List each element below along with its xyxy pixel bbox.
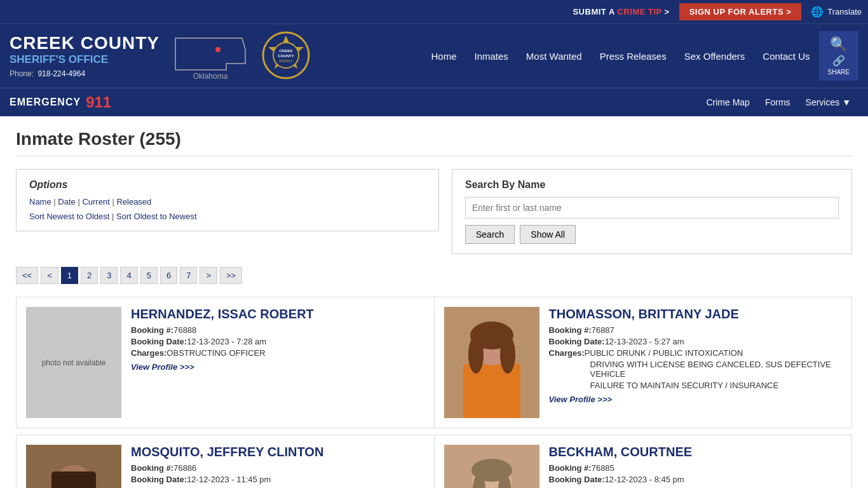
header-title: CREEK COUNTY SHERIFF'S OFFICE Phone: 918… — [10, 34, 159, 78]
inmate-name: THOMASSON, BRITTANY JADE — [549, 307, 843, 322]
inmate-photo-placeholder: photo not available — [26, 307, 121, 418]
nav-press-releases[interactable]: Press Releases — [591, 43, 675, 69]
search-icon: 🔍 — [830, 36, 847, 53]
inmate-photo — [26, 445, 121, 488]
svg-text:SHERIFF: SHERIFF — [279, 59, 292, 63]
sort-oldest[interactable]: Sort Oldest to Newest — [116, 212, 196, 221]
nav-inmates[interactable]: Inmates — [466, 43, 517, 69]
booking-num: Booking #:76885 — [549, 463, 843, 473]
share-icon: 🔗 — [832, 55, 845, 67]
filter-current[interactable]: Current — [82, 197, 109, 207]
page-title: Inmate Roster (255) — [16, 129, 852, 156]
page-5[interactable]: 5 — [140, 267, 158, 284]
booking-date: Booking Date:12-12-2023 - 8:45 pm — [549, 475, 843, 484]
page-7[interactable]: 7 — [180, 267, 197, 284]
charges: Charges:PUBLIC DRUNK / PUBLIC INTOXICATI… — [549, 348, 843, 358]
phone-number: 918-224-4964 — [37, 69, 85, 78]
svg-rect-17 — [51, 471, 96, 488]
page-last[interactable]: >> — [220, 267, 242, 284]
inmate-info: MOSQUITO, JEFFREY CLINTON Booking #:7688… — [131, 445, 424, 488]
inmate-photo — [444, 445, 539, 488]
logo-area: CREEK COUNTY SHERIFF'S OFFICE Phone: 918… — [10, 30, 311, 82]
inmate-info: BECKHAM, COURTNEE Booking #:76885 Bookin… — [549, 445, 843, 488]
share-label: SHARE — [828, 69, 850, 76]
page-2[interactable]: 2 — [81, 267, 98, 284]
inmate-name: MOSQUITO, JEFFREY CLINTON — [131, 445, 424, 459]
translate-btn[interactable]: 🌐 Translate — [811, 6, 862, 18]
search-box: Search By Name Search Show All — [452, 169, 852, 254]
phone-line: Phone: 918-224-4964 — [10, 69, 159, 78]
nav-crime-map[interactable]: Crime Map — [698, 91, 757, 114]
svg-marker-0 — [175, 38, 245, 70]
tip-arrow: > — [665, 7, 670, 17]
inmate-list: photo not available HERNANDEZ, ISSAC ROB… — [16, 297, 852, 488]
svg-point-12 — [468, 336, 484, 374]
globe-icon: 🌐 — [811, 6, 824, 18]
page-1[interactable]: 1 — [61, 267, 78, 284]
pagination: << < 1 2 3 4 5 6 7 > >> — [16, 267, 852, 284]
alert-button[interactable]: SIGN UP FOR ALERTS > — [679, 3, 802, 20]
booking-num: Booking #:76888 — [131, 325, 424, 335]
booking-date: Booking Date:12-13-2023 - 5:27 am — [549, 337, 843, 346]
page-first[interactable]: << — [16, 267, 38, 284]
search-heading: Search By Name — [465, 179, 839, 191]
options-box: Options Name | Date | Current | Released… — [16, 169, 439, 231]
inmate-card: MOSQUITO, JEFFREY CLINTON Booking #:7688… — [17, 435, 435, 488]
booking-num: Booking #:76886 — [131, 463, 424, 473]
main-nav: Home Inmates Most Wanted Press Releases … — [422, 31, 858, 81]
nav-home[interactable]: Home — [422, 43, 465, 69]
page-6[interactable]: 6 — [160, 267, 177, 284]
sort-links: Sort Newest to Oldest | Sort Oldest to N… — [29, 212, 426, 221]
inmate-name: HERNANDEZ, ISSAC ROBERT — [131, 307, 424, 322]
svg-point-13 — [500, 336, 515, 374]
phone-label: Phone: — [10, 69, 34, 78]
inmate-info: HERNANDEZ, ISSAC ROBERT Booking #:76888 … — [131, 307, 424, 418]
view-profile-link[interactable]: View Profile >>> — [549, 395, 613, 404]
oklahoma-map-icon — [172, 32, 248, 75]
charges: Charges:OBSTRUCTING OFFICER — [131, 348, 424, 358]
search-button[interactable]: Search — [465, 225, 515, 244]
nav-most-wanted[interactable]: Most Wanted — [517, 43, 591, 69]
options-heading: Options — [29, 179, 426, 191]
nav-sex-offenders[interactable]: Sex Offenders — [675, 43, 754, 69]
inmate-card: BECKHAM, COURTNEE Booking #:76885 Bookin… — [435, 435, 852, 488]
inmate-photo — [444, 307, 539, 418]
emergency-block: EMERGENCY 911 — [10, 93, 111, 111]
state-map-area: Oklahoma — [172, 32, 248, 81]
filter-date[interactable]: Date — [58, 197, 75, 207]
page-prev[interactable]: < — [41, 267, 58, 284]
show-all-button[interactable]: Show All — [520, 225, 576, 244]
booking-date: Booking Date:12-12-2023 - 11:45 pm — [131, 475, 424, 484]
view-profile-link[interactable]: View Profile >>> — [131, 362, 194, 372]
search-input[interactable] — [465, 197, 839, 219]
page-4[interactable]: 4 — [120, 267, 137, 284]
county-name: CREEK COUNTY — [10, 34, 159, 53]
emergency-label: EMERGENCY — [10, 97, 81, 108]
inmate-row: photo not available HERNANDEZ, ISSAC ROB… — [16, 297, 852, 428]
inmate-info: THOMASSON, BRITTANY JADE Booking #:76887… — [549, 307, 843, 418]
booking-date: Booking Date:12-13-2023 - 7:28 am — [131, 337, 424, 346]
nav-forms[interactable]: Forms — [757, 91, 798, 114]
search-share-block[interactable]: 🔍 🔗 SHARE — [819, 31, 858, 81]
sort-newest[interactable]: Sort Newest to Oldest — [29, 212, 109, 221]
svg-text:CREEK: CREEK — [280, 49, 294, 53]
booking-num: Booking #:76887 — [549, 325, 843, 335]
inmate-card: photo not available HERNANDEZ, ISSAC ROB… — [17, 297, 435, 428]
inmate-name: BECKHAM, COURTNEE — [549, 445, 843, 459]
svg-rect-9 — [463, 364, 520, 418]
filter-name[interactable]: Name — [29, 197, 51, 207]
crime-tip-text: CRIME TIP — [617, 7, 661, 17]
translate-label: Translate — [827, 7, 862, 17]
nav-contact-us[interactable]: Contact Us — [754, 43, 818, 69]
filter-released[interactable]: Released — [116, 197, 151, 207]
submit-tip-text: SUBMIT A — [573, 7, 614, 17]
filter-links: Name | Date | Current | Released — [29, 197, 426, 207]
emergency-number: 911 — [86, 93, 111, 111]
svg-point-1 — [215, 47, 220, 52]
page-3[interactable]: 3 — [100, 267, 118, 284]
nav-services[interactable]: Services ▼ — [798, 91, 858, 114]
page-next[interactable]: > — [200, 267, 217, 284]
inmate-card: THOMASSON, BRITTANY JADE Booking #:76887… — [435, 297, 852, 428]
inmate-row: MOSQUITO, JEFFREY CLINTON Booking #:7688… — [16, 435, 852, 488]
submit-tip-link[interactable]: SUBMIT A CRIME TIP > — [573, 7, 669, 17]
